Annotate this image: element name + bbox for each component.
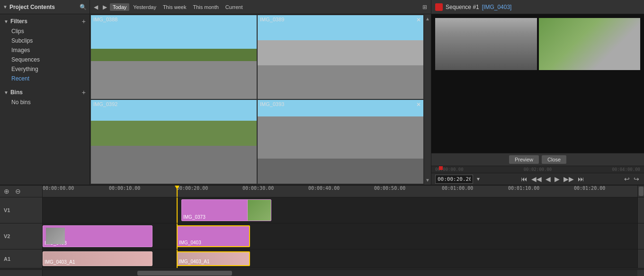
preview-thumb-1 (435, 18, 537, 70)
scroll-down-arrow[interactable]: ▼ (424, 177, 431, 184)
media-cell-0392[interactable]: IMG_0392 (91, 100, 257, 184)
filters-collapse-icon: ▼ (4, 19, 9, 24)
preview-thumb-2 (539, 18, 641, 70)
sidebar-item-recent[interactable]: Recent (0, 74, 89, 83)
playhead-v1 (177, 197, 178, 223)
media-cell-0388[interactable]: IMG_0388 (91, 15, 257, 99)
playhead-triangle (175, 186, 179, 189)
timeline-zoom-out[interactable]: ⊖ (13, 187, 23, 196)
sidebar-item-sequences[interactable]: Sequences (0, 55, 89, 64)
transport-forward[interactable]: ▶▶ (563, 174, 575, 184)
seq-indicator (435, 3, 443, 11)
playhead-v2 (177, 223, 178, 249)
track-row-a1: A1 IMG_0403_A1 IMG_0403_A1 (0, 249, 644, 268)
track-clip-img0373[interactable]: IMG_0373 (181, 199, 271, 221)
middle-nav: ◀ ▶ Today Yesterday This week This month… (90, 0, 431, 14)
track-scroll-v2 (637, 223, 644, 249)
ruler-time-8: 00:01:20.00 (574, 186, 605, 191)
loop-fwd-button[interactable]: ↪ (633, 174, 640, 184)
media-cell-0389[interactable]: IMG_0389 ✕ (258, 15, 423, 99)
bins-header[interactable]: ▼ Bins + (0, 87, 89, 98)
tab-current[interactable]: Current (223, 3, 246, 11)
ruler-time-0: 00:00:00.00 (43, 186, 74, 191)
track-content-v2[interactable]: IMG_0403 IMG_0403 (43, 223, 637, 249)
timeline-scroll-right (637, 186, 644, 197)
track-label-v2: V2 (0, 223, 43, 249)
timecode-ruler: 00:00:00.00 00:02:00.00 00:04:00.00 (431, 166, 644, 173)
right-panel: Sequence #1 [IMG_0403] Preview Close 00:… (431, 0, 644, 185)
transport-back[interactable]: ◀ (545, 174, 552, 184)
track-clip-v2-0[interactable]: IMG_0403 (43, 225, 152, 247)
add-filter-button[interactable]: + (82, 18, 86, 25)
media-close-0393[interactable]: ✕ (416, 101, 421, 108)
close-preview-button[interactable]: Close (542, 155, 566, 164)
timeline-section: ⊕ ⊖ 00:00:00.00 00:00:10.00 00:00:20.00 … (0, 185, 644, 276)
ruler-time-7: 00:01:10.00 (508, 186, 539, 191)
ruler-time-3: 00:00:30.00 (242, 186, 274, 191)
transport-play[interactable]: ▶ (554, 174, 561, 184)
add-bin-button[interactable]: + (82, 89, 86, 96)
ruler-time-6: 00:01:00.00 (442, 186, 473, 191)
media-scrollbar[interactable]: ▲ ▼ (424, 14, 431, 185)
collapse-icon: ▼ (3, 4, 8, 9)
loop-button[interactable]: ↩ (623, 174, 631, 184)
track-clip-a1-0[interactable]: IMG_0403_A1 (43, 251, 152, 266)
track-scroll-v1 (637, 197, 644, 223)
tab-this-month[interactable]: This month (190, 3, 221, 11)
sidebar-item-clips[interactable]: Clips (0, 27, 89, 36)
transport-go-start[interactable]: ⏮ (520, 174, 528, 184)
hscroll-track[interactable] (43, 270, 637, 276)
track-scroll-a1 (637, 249, 644, 268)
sidebar-item-no-bins: No bins (0, 98, 89, 107)
media-grid: IMG_0388 IMG_0389 ✕ IMG_0392 IMG_0393 (90, 14, 424, 185)
tab-yesterday[interactable]: Yesterday (130, 3, 159, 11)
scroll-up-arrow[interactable]: ▲ (424, 15, 431, 22)
timecode-ruler-end: 00:04:00.00 (612, 167, 640, 172)
preview-button[interactable]: Preview (509, 155, 539, 164)
filters-header[interactable]: ▼ Filters + (0, 16, 89, 27)
media-cell-0393[interactable]: IMG_0393 ✕ (258, 100, 423, 184)
timeline-scroll-handle[interactable] (639, 187, 644, 196)
preview-controls: Preview Close (431, 153, 644, 166)
preview-area (431, 14, 644, 153)
bins-section: ▼ Bins + No bins (0, 85, 89, 109)
track-clip-a1-1[interactable]: IMG_0403_A1 (177, 251, 250, 266)
timeline-tracks: V1 IMG_0373 V2 IMG_040 (0, 197, 644, 269)
sidebar-item-images[interactable]: Images (0, 45, 89, 55)
grid-view-button[interactable]: ⊞ (420, 3, 429, 11)
media-label-0392: IMG_0392 (93, 101, 117, 107)
ruler-tick-area: 00:00:00.00 00:00:10.00 00:00:20.00 00:0… (43, 186, 637, 197)
timeline-ruler: ⊕ ⊖ 00:00:00.00 00:00:10.00 00:00:20.00 … (0, 186, 644, 197)
media-close-0389[interactable]: ✕ (416, 17, 421, 23)
timeline-zoom-in[interactable]: ⊕ (2, 187, 11, 196)
timecode-dropdown[interactable]: ▾ (475, 175, 482, 183)
hscroll-handle[interactable] (137, 271, 232, 276)
track-content-v1[interactable]: IMG_0373 (43, 197, 637, 223)
nav-back-button[interactable]: ◀ (92, 3, 100, 11)
transport-controls: ▾ ⏮ ◀◀ ◀ ▶ ▶▶ ⏭ ↩ ↪ (431, 173, 644, 185)
playhead-a1 (177, 249, 178, 268)
seq-bracket: [IMG_0403] (482, 4, 512, 10)
ruler-time-5: 00:00:50.00 (374, 186, 405, 191)
sidebar-item-everything[interactable]: Everything (0, 64, 89, 74)
timecode-input[interactable] (435, 175, 473, 184)
nav-forward-button[interactable]: ▶ (101, 3, 109, 11)
media-label-0389: IMG_0389 (260, 17, 284, 22)
timeline-label-area: ⊕ ⊖ (0, 186, 43, 197)
tab-this-week[interactable]: This week (160, 3, 189, 11)
transport-step-back[interactable]: ◀◀ (530, 174, 543, 184)
transport-go-end[interactable]: ⏭ (577, 174, 585, 184)
playhead-ruler (177, 186, 178, 197)
track-clip-v2-1[interactable]: IMG_0403 (177, 225, 250, 247)
clip-label-img0373: IMG_0373 (183, 214, 206, 220)
sidebar-item-subclips[interactable]: Subclips (0, 36, 89, 45)
timeline-hscrollbar[interactable] (0, 269, 644, 276)
tab-today[interactable]: Today (110, 3, 129, 11)
left-panel: ▼ Project Contents 🔍 ▼ Filters + Clips S… (0, 0, 90, 185)
search-button[interactable]: 🔍 (80, 4, 87, 10)
clip-label-a1-0: IMG_0403_A1 (45, 259, 75, 265)
track-content-a1[interactable]: IMG_0403_A1 IMG_0403_A1 (43, 249, 637, 268)
clip-label-a1-1: IMG_0403_A1 (179, 259, 210, 264)
ruler-time-1: 00:00:10.00 (109, 186, 140, 191)
ruler-time-2: 00:00:20.00 (177, 186, 208, 191)
